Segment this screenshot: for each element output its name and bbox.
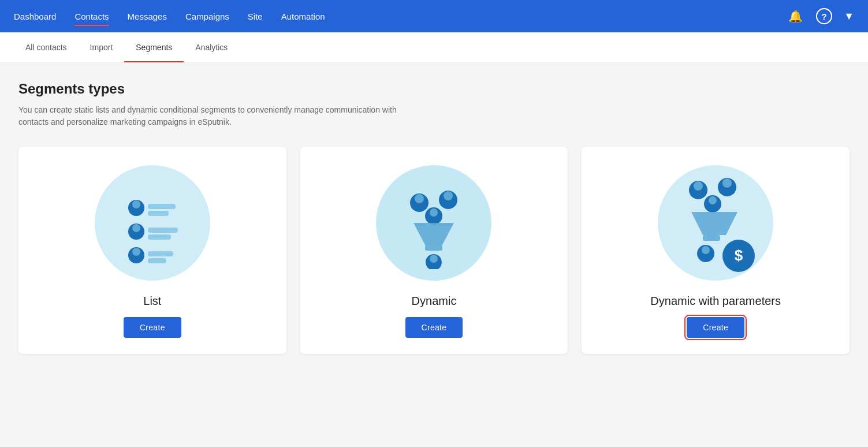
nav-site[interactable]: Site <box>248 9 263 24</box>
svg-rect-2 <box>148 204 176 209</box>
sub-nav: All contacts Import Segments Analytics <box>0 32 868 62</box>
cards-grid: List Create <box>18 147 850 354</box>
svg-point-25 <box>722 178 732 188</box>
svg-point-17 <box>430 208 438 217</box>
svg-point-31 <box>702 246 710 254</box>
dynamic-illustration <box>376 165 491 281</box>
notification-bell-icon[interactable]: 🔔 <box>786 7 804 25</box>
nav-campaigns[interactable]: Campaigns <box>185 9 229 24</box>
nav-automation[interactable]: Automation <box>281 9 325 24</box>
svg-point-23 <box>694 181 703 191</box>
card-dynamic: Dynamic Create <box>300 147 568 354</box>
card-list-label: List <box>143 295 161 308</box>
svg-marker-18 <box>413 223 454 245</box>
nav-right-icons: 🔔 ? ▼ <box>786 7 854 25</box>
dynamic-params-illustration: $ <box>658 165 773 281</box>
subnav-all-contacts[interactable]: All contacts <box>14 32 79 62</box>
subnav-segments[interactable]: Segments <box>124 32 184 62</box>
top-nav: Dashboard Contacts Messages Campaigns Si… <box>0 0 868 32</box>
svg-point-9 <box>132 248 140 256</box>
svg-point-13 <box>415 194 424 203</box>
svg-point-27 <box>709 196 717 204</box>
subnav-analytics[interactable]: Analytics <box>184 32 239 62</box>
svg-point-5 <box>132 224 140 232</box>
card-dynamic-params: $ Dynamic with parameters Create <box>582 147 850 354</box>
svg-rect-19 <box>425 245 442 251</box>
create-dynamic-button[interactable]: Create <box>405 317 463 338</box>
svg-point-15 <box>444 191 453 200</box>
card-list: List Create <box>18 147 286 354</box>
svg-point-1 <box>132 200 140 208</box>
svg-rect-7 <box>148 234 171 240</box>
account-dropdown-icon[interactable]: ▼ <box>844 10 854 23</box>
subnav-import[interactable]: Import <box>79 32 125 62</box>
svg-rect-6 <box>148 228 178 233</box>
page-title: Segments types <box>18 81 850 97</box>
svg-rect-10 <box>148 251 173 256</box>
svg-text:$: $ <box>735 247 743 264</box>
nav-links: Dashboard Contacts Messages Campaigns Si… <box>14 9 325 24</box>
nav-contacts[interactable]: Contacts <box>74 9 109 24</box>
nav-messages[interactable]: Messages <box>128 9 167 24</box>
card-dynamic-params-label: Dynamic with parameters <box>650 295 781 308</box>
page-description: You can create static lists and dynamic … <box>18 104 423 128</box>
svg-rect-29 <box>703 235 720 241</box>
create-list-button[interactable]: Create <box>124 317 181 338</box>
svg-rect-3 <box>148 211 169 216</box>
card-dynamic-label: Dynamic <box>412 295 457 308</box>
list-illustration <box>95 165 210 281</box>
nav-dashboard[interactable]: Dashboard <box>14 9 56 24</box>
help-icon[interactable]: ? <box>816 8 832 24</box>
svg-rect-11 <box>148 258 166 263</box>
svg-point-21 <box>430 255 438 263</box>
create-dynamic-params-button[interactable]: Create <box>687 317 744 338</box>
main-content: Segments types You can create static lis… <box>0 62 868 447</box>
svg-marker-28 <box>691 212 737 235</box>
